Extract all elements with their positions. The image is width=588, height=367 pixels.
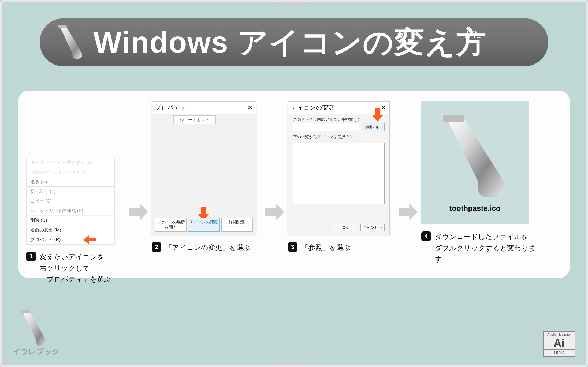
change-icon-button[interactable]: アイコンの変更: [188, 218, 219, 232]
svg-rect-2: [21, 310, 30, 313]
step-4-caption: 4 ダウンロードしたファイルを ダブルクリックすると変わります: [421, 231, 537, 265]
pointer-arrow-icon: [83, 235, 96, 245]
context-menu-pane: タスクバーにピン留めする (K) 以前のバージョンの復元 (V) 送る (N) …: [26, 101, 115, 245]
result-filename: toothpaste.ico: [449, 204, 500, 213]
step-badge: 4: [421, 231, 431, 241]
result-pane: toothpaste.ico: [421, 101, 529, 224]
path-input[interactable]: [293, 123, 359, 131]
step-3: アイコンの変更 ✕ このファイル内のアイコンを検索 (L): 参照 (B)...…: [288, 101, 395, 253]
svg-rect-1: [443, 115, 464, 122]
ctx-item[interactable]: ショットカットの作成 (S): [27, 206, 114, 215]
ctx-item-properties[interactable]: プロパティ (R): [27, 235, 114, 244]
advanced-button[interactable]: 詳細設定: [221, 218, 253, 232]
step-2: プロパティ ✕ ショートカット ファイルの場所を開く アイコンの変更 詳細設定 …: [152, 101, 262, 253]
step-3-caption: 3 「参照」を選ぶ: [288, 242, 351, 253]
step-4: toothpaste.ico 4 ダウンロードしたファイルを ダブルクリックする…: [421, 101, 537, 265]
cancel-button[interactable]: キャンセル: [360, 224, 385, 231]
dialog-tabs: ショートカット: [152, 114, 256, 124]
ai-badge-top: Adobe Illustrator: [544, 333, 575, 336]
footer-brand: イラレブック: [13, 347, 59, 357]
tab-shortcut[interactable]: ショートカット: [173, 115, 216, 124]
dialog-footer: OK キャンセル: [333, 224, 385, 231]
illustrator-badge: Adobe Illustrator Ai 100%: [543, 331, 575, 357]
caption-text: ダウンロードしたファイルを ダブルクリックすると変わります: [435, 231, 537, 265]
ctx-item[interactable]: コピー (C): [27, 196, 114, 206]
header-banner: か かた Windows アイコンの変え方: [40, 18, 548, 66]
ctx-item[interactable]: タスクバーにピン留めする (K): [27, 158, 114, 167]
icon-listbox[interactable]: [293, 143, 385, 204]
context-menu: タスクバーにピン留めする (K) 以前のバージョンの復元 (V) 送る (N) …: [26, 158, 115, 245]
tube-icon: [431, 113, 519, 201]
ok-button[interactable]: OK: [333, 224, 357, 231]
dialog-button-row: ファイルの場所を開く アイコンの変更 詳細設定: [155, 218, 253, 232]
header-ruby: か かた: [397, 29, 481, 40]
close-icon[interactable]: ✕: [247, 104, 253, 111]
browse-button[interactable]: 参照 (B)...: [362, 123, 385, 131]
steps-card: タスクバーにピン留めする (K) 以前のバージョンの復元 (V) 送る (N) …: [18, 91, 570, 278]
ctx-item-label: プロパティ (R): [30, 237, 61, 242]
select-label: 下の一覧からアイコンを選択 (S):: [288, 131, 389, 141]
footer-tube-icon: [16, 309, 56, 349]
ruby-2: かた: [465, 29, 481, 40]
flow-arrow-icon: [129, 203, 148, 222]
page-title: Windows アイコンの変え方: [93, 22, 487, 63]
properties-dialog: プロパティ ✕ ショートカット ファイルの場所を開く アイコンの変更 詳細設定: [152, 101, 256, 235]
ctx-item[interactable]: 削除 (D): [27, 215, 114, 225]
window-notch-top: [278, 2, 310, 5]
ctx-item[interactable]: 切り取り (T): [27, 186, 114, 196]
caption-text: 「アイコンの変更」を選ぶ: [165, 242, 251, 253]
step-1-caption: 1 変えたいアイコンを 右クリックして 「プロパティ」を選ぶ: [26, 252, 111, 285]
ai-badge-pct: 100%: [544, 349, 575, 356]
svg-rect-0: [58, 25, 67, 28]
flow-arrow-icon: [265, 203, 284, 222]
step-1: タスクバーにピン留めする (K) 以前のバージョンの復元 (V) 送る (N) …: [26, 101, 125, 285]
dialog-title: アイコンの変更: [291, 104, 334, 112]
ctx-item[interactable]: 名前の変更 (M): [27, 225, 114, 235]
ctx-item[interactable]: 送る (N): [27, 177, 114, 186]
ruby-1: か: [397, 29, 406, 40]
flow-arrow-icon: [399, 203, 418, 222]
dialog-titlebar: プロパティ ✕: [152, 102, 256, 114]
step-2-caption: 2 「アイコンの変更」を選ぶ: [152, 242, 251, 253]
caption-text: 「参照」を選ぶ: [301, 242, 351, 253]
ai-badge-logo: Ai: [544, 336, 575, 349]
dialog-title: プロパティ: [155, 104, 186, 112]
window-notch-bottom: [278, 362, 310, 365]
tube-icon: [53, 24, 91, 61]
ctx-item[interactable]: 以前のバージョンの復元 (V): [27, 167, 114, 177]
path-row: 参照 (B)...: [288, 123, 389, 131]
pointer-arrow-icon: [372, 108, 383, 123]
change-icon-dialog: アイコンの変更 ✕ このファイル内のアイコンを検索 (L): 参照 (B)...…: [288, 101, 390, 235]
step-badge: 2: [152, 242, 161, 252]
caption-text: 変えたいアイコンを 右クリックして 「プロパティ」を選ぶ: [40, 252, 111, 285]
open-location-button[interactable]: ファイルの場所を開く: [155, 218, 187, 232]
step-badge: 1: [26, 252, 36, 261]
step-badge: 3: [288, 242, 297, 252]
